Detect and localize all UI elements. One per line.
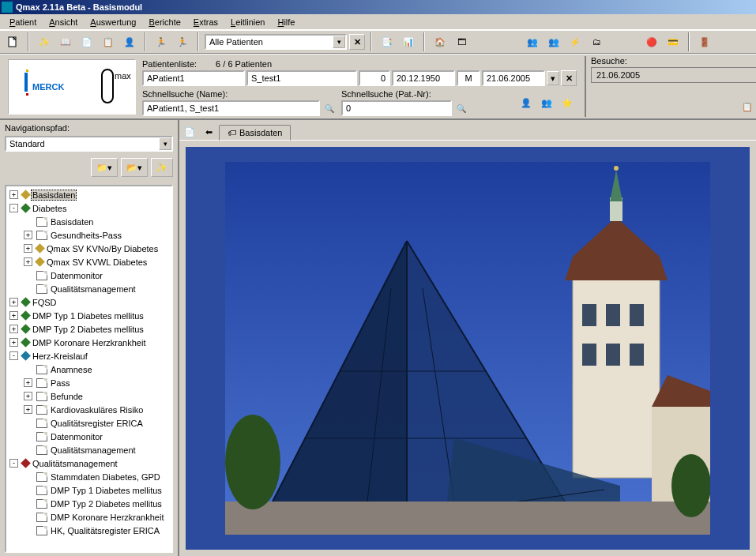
toolbar-exit-icon[interactable]: 🚪 <box>695 32 714 51</box>
expand-icon[interactable]: + <box>9 325 18 333</box>
navigation-tree[interactable]: +Basisdaten-DiabetesBasisdaten+Gesundhei… <box>5 185 173 553</box>
dropdown-arrow-icon[interactable] <box>333 36 345 48</box>
patient-filter-combo[interactable] <box>205 34 347 50</box>
search-nr-input[interactable]: 0 <box>341 100 452 116</box>
tree-item[interactable]: +DMP Koronare Herzkrankheit <box>8 336 170 349</box>
visits-date-field[interactable]: 21.06.2005 <box>591 67 756 83</box>
tree-spacer <box>24 217 32 226</box>
tree-item[interactable]: +Qmax SV KVWL Diabetes <box>8 255 170 269</box>
toolbar-people2-icon[interactable]: 👥 <box>544 32 563 51</box>
tab-basisdaten[interactable]: 🏷 Basisdaten <box>219 125 291 141</box>
expand-icon[interactable]: + <box>9 311 18 320</box>
toolbar-chart-icon[interactable]: 📊 <box>399 32 418 51</box>
toolbar-people1-icon[interactable]: 👥 <box>523 32 542 51</box>
collapse-icon[interactable]: - <box>9 351 18 360</box>
menu-ansicht[interactable]: Ansicht <box>43 16 84 28</box>
patient-other-field[interactable]: S_test1 <box>246 70 357 86</box>
tree-item[interactable]: +FQSD <box>8 295 170 309</box>
dropdown-arrow-icon[interactable] <box>159 137 171 150</box>
toolbar-run-icon[interactable]: 🏃 <box>152 32 171 51</box>
nav-back-button[interactable]: 📁▾ <box>91 158 118 177</box>
tree-item[interactable]: +Befunde <box>8 389 170 403</box>
tree-item[interactable]: -Diabetes <box>8 201 170 215</box>
toolbar-clip-icon[interactable]: 📋 <box>99 32 118 51</box>
expand-icon[interactable]: + <box>24 244 32 253</box>
tree-item[interactable]: +Basisdaten <box>8 188 170 201</box>
collapse-icon[interactable]: - <box>9 459 18 468</box>
tree-item[interactable]: +Qmax SV KVNo/By Diabetes <box>8 242 170 255</box>
toolbar-run2-icon[interactable]: 🏃 <box>173 32 192 51</box>
dropdown-arrow-icon[interactable]: ▾ <box>547 71 559 85</box>
toolbar-stack-icon[interactable]: 🗂 <box>587 32 606 51</box>
nav-star-button[interactable]: ✨ <box>151 158 173 177</box>
visits-action-icon[interactable]: 📋 <box>738 97 756 116</box>
search-icon[interactable]: 🔍 <box>322 100 337 116</box>
expand-icon[interactable]: + <box>9 190 18 199</box>
expand-icon[interactable]: + <box>9 298 18 306</box>
nav-people-icon[interactable]: 👥 <box>537 93 556 112</box>
toolbar-list-icon[interactable]: 📑 <box>378 32 397 51</box>
page-icon <box>36 284 47 294</box>
toolbar-window-icon[interactable]: 🗔 <box>452 32 471 51</box>
expand-icon[interactable]: + <box>24 378 32 387</box>
toolbar-user-icon[interactable]: 👤 <box>120 32 139 51</box>
nav-path-combo[interactable] <box>5 136 173 152</box>
expand-icon[interactable]: + <box>24 405 32 414</box>
tree-item[interactable]: HK, Qualitätsregister ERICA <box>8 524 170 537</box>
patient-dob-field[interactable]: 20.12.1950 <box>392 70 455 86</box>
tab-nav1-icon[interactable]: 📄 <box>181 124 198 140</box>
clear-filter-button[interactable]: ✕ <box>349 34 365 50</box>
tree-item[interactable]: +Gesundheits-Pass <box>8 228 170 242</box>
menu-leitlinien[interactable]: Leitlinien <box>224 16 271 28</box>
toolbar-flash-icon[interactable]: ⚡ <box>566 32 585 51</box>
tree-item[interactable]: DMP Koronare Herzkrankheit <box>8 510 170 524</box>
patient-date2-field[interactable]: 21.06.2005 <box>482 70 545 86</box>
toolbar-home-icon[interactable]: 🏠 <box>431 32 449 51</box>
tree-item[interactable]: +Kardiovaskuläres Risiko <box>8 403 170 416</box>
patient-name-field[interactable]: APatient1 <box>142 70 245 86</box>
nav-path-input[interactable] <box>6 139 159 148</box>
menu-auswertung[interactable]: Auswertung <box>84 16 142 28</box>
tab-nav2-icon[interactable]: ⬅ <box>200 124 217 140</box>
expand-icon[interactable]: + <box>9 338 18 347</box>
expand-icon[interactable]: + <box>24 392 32 400</box>
tree-item[interactable]: Datenmonitor <box>8 430 170 443</box>
menu-hilfe[interactable]: Hilfe <box>271 16 301 28</box>
menu-patient[interactable]: Patient <box>3 16 43 28</box>
nav-prev-icon[interactable]: 👤 <box>517 93 536 112</box>
toolbar-new-icon[interactable] <box>3 32 22 51</box>
menu-berichte[interactable]: Berichte <box>142 16 186 28</box>
tree-item[interactable]: DMP Typ 1 Diabetes mellitus <box>8 483 170 497</box>
tree-item[interactable]: Datenmonitor <box>8 269 170 282</box>
collapse-icon[interactable]: - <box>9 204 18 212</box>
tree-item[interactable]: +DMP Typ 1 Diabetes mellitus <box>8 309 170 322</box>
menu-extras[interactable]: Extras <box>187 16 224 28</box>
patient-num-field[interactable]: 0 <box>359 70 390 86</box>
tree-item[interactable]: -Herz-Kreislauf <box>8 349 170 363</box>
search-name-input[interactable]: APatient1, S_test1 <box>142 100 320 116</box>
tree-item[interactable]: Stammdaten Diabetes, GPD <box>8 470 170 483</box>
clear-button[interactable]: ✕ <box>561 70 577 86</box>
toolbar-book-icon[interactable]: 📖 <box>56 32 75 51</box>
patient-sex-field[interactable]: M <box>457 70 480 86</box>
patient-filter-input[interactable] <box>206 37 333 47</box>
tree-item[interactable]: Qualitätsregister ERICA <box>8 416 170 430</box>
toolbar-doc-icon[interactable]: 📄 <box>77 32 96 51</box>
nav-fwd-button[interactable]: 📂▾ <box>121 158 148 177</box>
tree-item[interactable]: +Pass <box>8 376 170 389</box>
toolbar-card-icon[interactable]: 💳 <box>664 32 683 51</box>
tree-item[interactable]: Qualitätsmanagement <box>8 443 170 456</box>
nav-star-icon[interactable]: ⭐ <box>558 93 577 112</box>
toolbar-wizard-icon[interactable]: ✨ <box>35 32 54 51</box>
tree-item[interactable]: -Qualitätsmanagement <box>8 456 170 470</box>
tree-item[interactable]: +DMP Typ 2 Diabetes mellitus <box>8 322 170 336</box>
tree-item[interactable]: DMP Typ 2 Diabetes mellitus <box>8 497 170 510</box>
toolbar-red-icon[interactable]: 🔴 <box>642 32 661 51</box>
expand-icon[interactable]: + <box>24 257 32 266</box>
search-icon[interactable]: 🔍 <box>453 100 469 116</box>
tree-item[interactable]: Anamnese <box>8 363 170 376</box>
expand-icon[interactable]: + <box>24 231 32 239</box>
svg-point-18 <box>614 166 619 171</box>
tree-item[interactable]: Qualitätsmanagement <box>8 282 170 295</box>
tree-item[interactable]: Basisdaten <box>8 215 170 228</box>
